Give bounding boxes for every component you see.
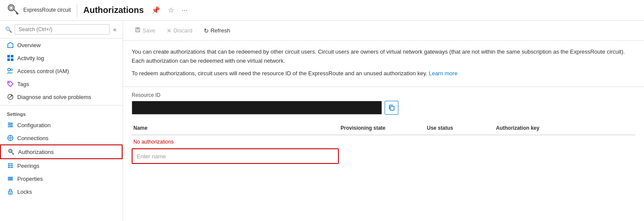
svg-point-10: [8, 68, 10, 71]
refresh-icon: ↻: [204, 27, 209, 34]
sidebar-item-locks[interactable]: Locks: [0, 185, 123, 198]
pin-button[interactable]: 📌: [150, 5, 162, 15]
page-title: Authorizations: [83, 5, 144, 15]
sidebar-item-connections[interactable]: Connections: [0, 131, 123, 144]
discard-button[interactable]: ✕ Discard: [162, 25, 197, 37]
resource-id-value: [132, 101, 382, 115]
search-input[interactable]: [15, 24, 110, 35]
svg-point-11: [11, 69, 13, 70]
info-paragraph-2: To redeem authorizations, circuit users …: [132, 69, 635, 78]
peerings-icon: [7, 162, 14, 169]
auth-name-input-wrapper: [132, 148, 339, 164]
sidebar: 🔍 « Overview: [0, 21, 123, 221]
svg-point-34: [8, 163, 9, 165]
access-control-icon: [7, 67, 14, 74]
nav-divider: [0, 105, 123, 106]
resource-id-label: Resource ID: [132, 92, 635, 98]
locks-icon: [7, 188, 14, 195]
svg-point-37: [12, 163, 13, 165]
top-header: ExpressRoute circuit Authorizations 📌 ☆ …: [0, 0, 644, 21]
activity-log-icon: [7, 54, 14, 61]
svg-rect-41: [8, 178, 13, 179]
svg-point-15: [11, 95, 13, 96]
new-authorization-row: [132, 147, 635, 166]
svg-point-12: [9, 82, 10, 83]
svg-rect-46: [136, 28, 139, 29]
sidebar-item-diagnose[interactable]: Diagnose and solve problems: [0, 90, 123, 103]
svg-point-22: [9, 137, 11, 139]
svg-point-0: [8, 5, 14, 11]
svg-point-38: [12, 165, 13, 167]
sidebar-item-access-control[interactable]: Access control (IAM): [0, 64, 123, 77]
svg-point-35: [8, 165, 9, 167]
resource-id-section: Resource ID: [123, 87, 644, 122]
svg-marker-5: [8, 42, 13, 48]
main-layout: 🔍 « Overview: [0, 21, 644, 221]
svg-rect-19: [9, 122, 9, 124]
col-use-status: Use status: [425, 125, 494, 131]
header-divider: [77, 4, 77, 17]
no-authorizations-message: No authorizations: [132, 135, 635, 147]
info-section: You can create authorizations that can b…: [123, 41, 644, 87]
col-provisioning-state: Provisioning state: [339, 125, 425, 131]
header-actions: 📌 ☆ ···: [150, 5, 189, 15]
svg-rect-6: [7, 55, 10, 58]
resource-icon: [7, 3, 19, 17]
svg-point-44: [10, 192, 11, 193]
col-auth-key: Authorization key: [494, 125, 635, 131]
authorizations-table: Name Provisioning state Use status Autho…: [123, 122, 644, 166]
sidebar-item-activity-log[interactable]: Activity log: [0, 51, 123, 64]
configuration-icon: [7, 122, 14, 128]
table-header: Name Provisioning state Use status Autho…: [132, 122, 635, 135]
svg-point-39: [12, 167, 13, 168]
diagnose-icon: [7, 93, 14, 100]
toolbar: Save ✕ Discard ↻ Refresh: [123, 21, 644, 41]
svg-rect-48: [390, 106, 394, 110]
overview-icon: [7, 42, 14, 48]
refresh-button[interactable]: ↻ Refresh: [199, 25, 235, 37]
connections-icon: [7, 135, 14, 141]
learn-more-link[interactable]: Learn more: [429, 70, 457, 77]
svg-point-36: [8, 167, 9, 168]
svg-rect-40: [8, 177, 13, 178]
sidebar-item-overview[interactable]: Overview: [0, 38, 123, 51]
sidebar-item-authorizations[interactable]: Authorizations: [0, 144, 123, 159]
svg-rect-17: [8, 125, 13, 125]
svg-rect-47: [136, 30, 139, 32]
resource-id-row: [132, 101, 635, 115]
svg-rect-42: [8, 179, 13, 180]
svg-point-1: [9, 6, 13, 10]
svg-rect-8: [7, 58, 10, 61]
svg-rect-20: [11, 124, 12, 126]
svg-point-28: [9, 150, 11, 152]
more-options-button[interactable]: ···: [180, 6, 189, 15]
sidebar-search-container: 🔍 «: [0, 21, 123, 38]
sidebar-item-peerings[interactable]: Peerings: [0, 159, 123, 172]
save-icon: [135, 27, 141, 34]
sidebar-item-properties[interactable]: Properties: [0, 172, 123, 185]
svg-rect-18: [8, 126, 13, 127]
svg-rect-7: [11, 55, 13, 58]
tags-icon: [7, 80, 14, 87]
properties-icon: [7, 175, 14, 182]
save-button[interactable]: Save: [130, 24, 160, 37]
authorizations-icon: [8, 148, 15, 155]
content-area: Save ✕ Discard ↻ Refresh You can create …: [123, 21, 644, 221]
search-icon: 🔍: [5, 26, 12, 33]
col-name: Name: [132, 125, 339, 131]
auth-name-input[interactable]: [133, 150, 337, 162]
favorite-button[interactable]: ☆: [166, 5, 176, 15]
sidebar-item-tags[interactable]: Tags: [0, 77, 123, 90]
resource-label: ExpressRoute circuit: [23, 7, 71, 13]
sidebar-item-configuration[interactable]: Configuration: [0, 119, 123, 131]
svg-rect-9: [11, 58, 13, 61]
collapse-button[interactable]: «: [112, 25, 117, 34]
settings-section-label: Settings: [0, 107, 123, 119]
info-paragraph-1: You can create authorizations that can b…: [132, 48, 635, 66]
sidebar-nav: Overview Activity log: [0, 38, 123, 221]
discard-icon: ✕: [167, 27, 172, 34]
copy-resource-id-button[interactable]: [385, 101, 398, 115]
